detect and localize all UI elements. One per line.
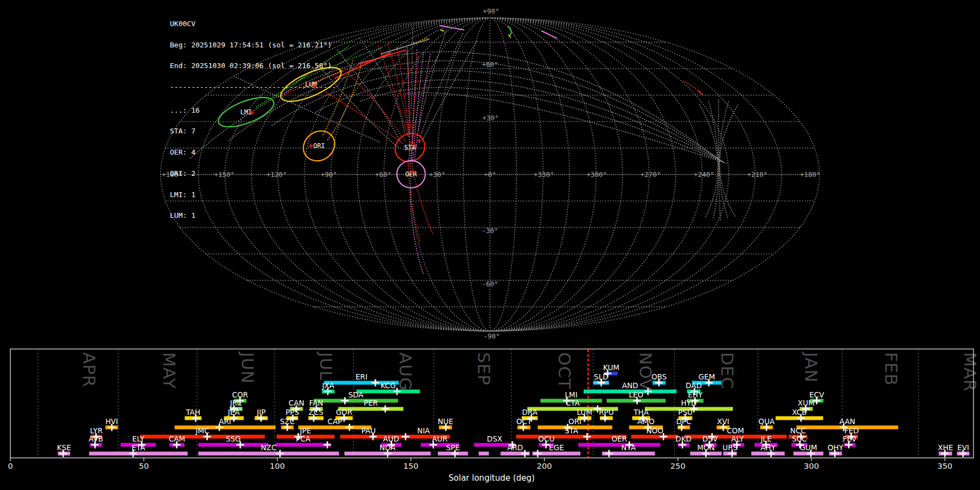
shower-label-ege: EGE (549, 443, 564, 452)
shower-label-dsv: DSV (702, 434, 718, 443)
shower-label-avb: AVB (89, 434, 103, 443)
shower-label-urs: URS (722, 443, 738, 452)
shower-label-ohy: OHY (828, 443, 844, 452)
solar-longitude-timeline: APRMAYJUNJULAUGSEPOCTNOVDECJANFEBMARKUME… (0, 0, 980, 490)
shower-label-kcg: KCG (381, 381, 396, 390)
shower-label-fev: FEV (843, 434, 857, 443)
count-ori: ORI: 2 (170, 170, 336, 177)
shower-label-rpu: RPU (599, 408, 614, 416)
shower-label-nia: NIA (417, 426, 430, 435)
peak-cross-nia (402, 433, 409, 440)
peak-cross-sda (341, 397, 349, 405)
shower-label-aan: AAN (840, 417, 855, 426)
shower-label-and: AND (622, 381, 638, 390)
axis-tick-label: 350 (938, 462, 953, 470)
observation-info-panel: UK00CV Beg: 20251029 17:54:51 (sol = 216… (170, 7, 336, 234)
shower-label-cta: CTA (566, 399, 580, 407)
shower-label-zcs: ZCS (309, 408, 323, 416)
shower-label-kse: KSE (57, 443, 71, 452)
shower-label-ncc: NCC (790, 426, 806, 435)
shower-label-oer: OER (611, 434, 627, 443)
shower-label-dsx: DSX (487, 434, 502, 443)
end-time: End: 20251030 02:39:06 (sol = 216.58°) (170, 63, 336, 70)
separator: --------------------------------------- (170, 84, 336, 91)
shower-bar (479, 452, 489, 456)
count-sta: STA: 7 (170, 128, 336, 135)
count-lum: LUM: 1 (170, 212, 336, 219)
axis-tick-label: 300 (804, 462, 819, 470)
shower-label-noo: NOO (646, 426, 663, 435)
peak-cross-eri (371, 379, 379, 387)
shower-label-dkd: DKD (676, 434, 692, 443)
shower-label-sda: SDA (348, 390, 364, 399)
month-label-mar: MAR (960, 352, 980, 392)
shower-label-cap: CAP (327, 417, 342, 426)
month-label-aug: AUG (396, 352, 415, 391)
shower-label-oct: OCT (516, 417, 532, 426)
shower-label-ori: ORI (568, 417, 581, 426)
month-label-oct: OCT (555, 352, 574, 389)
month-label-jun: JUN (238, 351, 258, 384)
shower-label-ely: ELY (132, 434, 145, 443)
shower-label-com: COM (727, 426, 744, 435)
peak-cross-pca (323, 442, 331, 449)
shower-label-gum: GUM (800, 443, 817, 452)
count-lmi: LMI: 1 (170, 192, 336, 199)
shower-label-eri: ERI (356, 372, 367, 381)
begin-time: Beg: 20251029 17:54:51 (sol = 216.21°) (170, 42, 336, 49)
month-label-may: MAY (160, 352, 179, 389)
shower-bar-sta (516, 435, 627, 439)
shower-label-per: PER (364, 399, 378, 407)
shower-label-ahy: AHY (761, 443, 776, 452)
shower-label-leo: LEO (629, 390, 644, 399)
shower-label-tah: TAH (185, 408, 200, 416)
axis-tick-label: 100 (270, 462, 285, 470)
shower-label-dra: DRA (522, 408, 538, 416)
shower-bar-pca (275, 443, 331, 447)
radiant-map-screen: LUMLMIORISTAOER+180°+150°+120°+90°+60°+3… (0, 0, 980, 490)
count-unidentified: ...: 16 (170, 107, 336, 114)
shower-bar-ari (175, 426, 275, 430)
peak-cross-nzc (276, 450, 284, 457)
month-label-jul: JUL (316, 351, 336, 381)
shower-bar-sda (314, 399, 398, 403)
shower-label-ari: ARI (219, 417, 231, 426)
shower-bar-kcg (357, 390, 420, 394)
axis-tick-label: 150 (403, 462, 419, 470)
shower-label-jrc: JRC (230, 399, 242, 407)
shower-label-nta: NTA (621, 443, 636, 452)
shower-label-gem: GEM (699, 372, 715, 381)
axis-tick-label: 200 (537, 462, 552, 470)
shower-bar-eta (89, 452, 188, 456)
shower-bar-jmc (140, 435, 265, 439)
shower-bar-nzc (198, 452, 339, 456)
month-label-jan: JAN (801, 351, 821, 383)
shower-label-ssg: SSG (226, 434, 241, 443)
count-oer: OER: 4 (170, 149, 336, 156)
shower-label-dpc: DPC (676, 417, 691, 426)
shower-label-ard: ARD (507, 443, 523, 452)
shower-label-jpe: JPE (299, 426, 311, 435)
shower-label-kum: KUM (603, 363, 620, 372)
month-label-sep: SEP (474, 352, 494, 385)
peak-cross-ege (534, 450, 542, 457)
shower-label-xcb: XCB (792, 408, 807, 416)
shower-bar-ssg (198, 443, 268, 447)
shower-label-pca: PCA (296, 434, 311, 443)
shower-label-aly: ALY (731, 434, 744, 443)
peak-cross-sta (583, 433, 591, 440)
shower-label-spe: SPE (446, 443, 460, 452)
peak-cross-nta (605, 450, 613, 457)
peak-cross-per (382, 406, 389, 413)
shower-label-nzc: NZC (261, 443, 277, 452)
axis-tick-label: 50 (139, 462, 149, 470)
shower-bar-oer (578, 443, 660, 447)
shower-label-tha: THA (633, 408, 649, 416)
shower-bar-noo (631, 435, 678, 439)
axis-title: Solar longitude (deg) (449, 473, 535, 483)
peak-cross-cap (346, 424, 353, 431)
station-id: UK00CV (170, 21, 336, 28)
shower-label-aur: AUR (432, 434, 448, 443)
month-label-apr: APR (79, 352, 99, 387)
month-label-feb: FEB (881, 352, 901, 386)
